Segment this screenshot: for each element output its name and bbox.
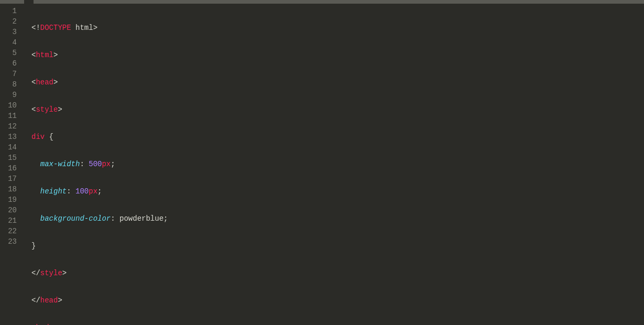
code-line[interactable]: <html> [31,50,644,60]
code-line[interactable]: <head> [31,77,644,88]
line-number: 21 [0,215,24,226]
line-number: 17 [0,174,24,184]
line-number: 10 [0,100,24,111]
line-number: 15 [0,153,24,163]
line-number: 7 [0,69,24,79]
line-number: 1 [0,6,24,16]
line-number: 8 [0,79,24,90]
code-line[interactable]: <style> [31,104,644,115]
active-tab-indicator [24,0,34,4]
window-topbar [0,0,644,4]
line-number: 22 [0,226,24,236]
line-number: 19 [0,194,24,205]
line-number: 3 [0,27,24,37]
code-line[interactable]: background-color: powderblue; [31,213,644,224]
code-area[interactable]: <!DOCTYPE html> <html> <head> <style> di… [24,4,644,325]
line-number: 9 [0,90,24,100]
line-number: 11 [0,111,24,121]
line-number: 18 [0,184,24,194]
line-number: 6 [0,58,24,69]
line-number: 12 [0,121,24,132]
line-number: 4 [0,37,24,48]
line-number: 16 [0,163,24,174]
code-line[interactable]: div { [31,132,644,142]
code-line[interactable]: </head> [31,295,644,306]
code-line[interactable]: } [31,241,644,251]
code-editor[interactable]: 1 2 3 4 5 6 7 8 9 10 11 12 13 14 15 16 1… [0,4,644,325]
line-number: 23 [0,236,24,247]
code-line[interactable]: max-width: 500px; [31,159,644,169]
code-line[interactable]: <!DOCTYPE html> [31,23,644,33]
line-number: 5 [0,48,24,58]
line-number: 13 [0,132,24,142]
code-line[interactable]: <body> [31,322,644,325]
line-number-gutter: 1 2 3 4 5 6 7 8 9 10 11 12 13 14 15 16 1… [0,4,24,325]
line-number: 14 [0,142,24,153]
code-line[interactable]: height: 100px; [31,186,644,197]
line-number: 20 [0,205,24,215]
code-line[interactable]: </style> [31,268,644,278]
line-number: 2 [0,16,24,27]
